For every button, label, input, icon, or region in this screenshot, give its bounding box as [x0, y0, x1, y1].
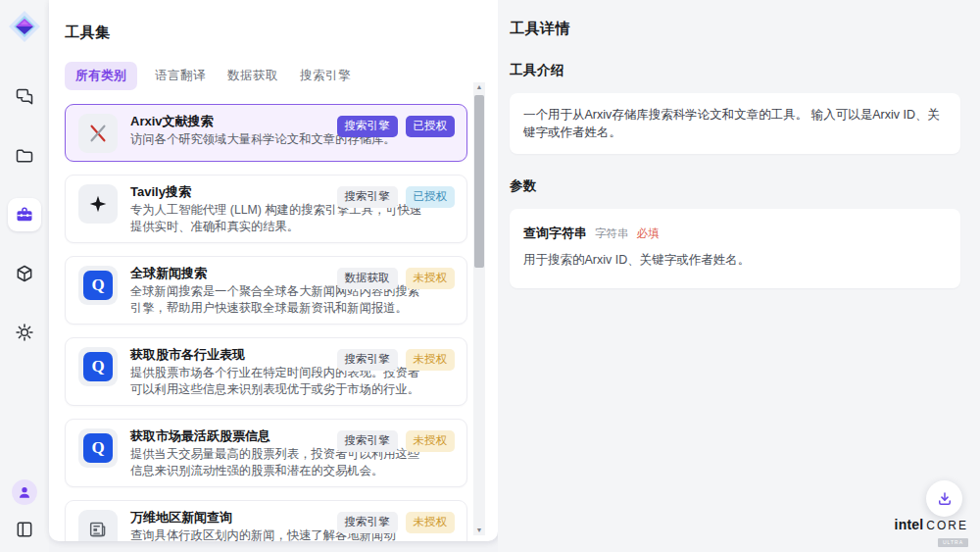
sidebar-nav — [8, 80, 41, 349]
blue-q-logo-icon: Q — [78, 347, 118, 386]
tool-card-tavily[interactable]: Tavily搜索 专为人工智能代理 (LLM) 构建的搜索引擎工具，可快速提供实… — [65, 175, 467, 243]
chat-icon[interactable] — [8, 80, 41, 114]
intel-core-logo: intel core ultra — [895, 518, 968, 547]
tab-language-translation[interactable]: 语言翻译 — [151, 62, 210, 90]
app-sidebar — [0, 0, 49, 552]
parameter-card: 查询字符串 字符串 必填 用于搜索的Arxiv ID、关键字或作者姓名。 — [510, 209, 960, 288]
tool-tags: 搜索引擎 未授权 — [337, 349, 456, 371]
tab-data-acquisition[interactable]: 数据获取 — [223, 62, 282, 90]
tool-auth-badge: 已授权 — [406, 116, 456, 137]
list-scrollbar[interactable]: ▲ ▼ — [473, 82, 485, 535]
parameter-name: 查询字符串 — [523, 225, 587, 242]
tool-category-tag: 搜索引擎 — [337, 116, 398, 137]
scrollbar-down-arrow[interactable]: ▼ — [476, 526, 483, 535]
download-icon — [936, 490, 954, 508]
tool-category-tag: 搜索引擎 — [337, 430, 398, 452]
newspaper-icon — [78, 510, 118, 541]
tool-details-panel: 工具详情 工具介绍 一个用于从Arxiv存储库搜索科学论文和文章的工具。 输入可… — [498, 0, 980, 552]
tool-card-sector-performance[interactable]: Q 获取股市各行业表现 提供股票市场各个行业在特定时间段内的表现。投资者可以利用… — [65, 337, 467, 406]
folder-icon[interactable] — [8, 139, 41, 173]
parameter-type: 字符串 — [595, 226, 629, 241]
arxiv-logo-icon — [78, 114, 118, 153]
brand-secondary-text: core — [926, 520, 968, 531]
tool-list-panel: 工具集 所有类别 语言翻译 数据获取 搜索引擎 Arxiv文献搜索 访问各个研究… — [49, 0, 498, 541]
tool-card-most-active-stocks[interactable]: Q 获取市场最活跃股票信息 提供当天交易量最高的股票列表，投资者可以利用这些信息… — [65, 419, 467, 487]
tool-category-tag: 搜索引擎 — [337, 512, 398, 533]
sidebar-bottom — [12, 479, 37, 542]
parameter-description: 用于搜索的Arxiv ID、关键字或作者姓名。 — [523, 252, 947, 269]
tool-tags: 搜索引擎 未授权 — [337, 512, 456, 533]
app-logo — [8, 10, 41, 43]
panel-layout-icon[interactable] — [12, 517, 37, 542]
user-avatar-icon[interactable] — [12, 479, 37, 505]
tool-card-arxiv[interactable]: Arxiv文献搜索 访问各个研究领域大量科学论文和文章的存储库。 搜索引擎 已授… — [65, 104, 467, 162]
blue-q-logo-icon: Q — [78, 428, 118, 468]
intro-text: 一个用于从Arxiv存储库搜索科学论文和文章的工具。 输入可以是Arxiv ID… — [523, 106, 947, 141]
intro-heading: 工具介绍 — [510, 62, 960, 79]
tab-all-categories[interactable]: 所有类别 — [65, 62, 137, 90]
tool-card-regional-news[interactable]: 万维地区新闻查询 查询具体行政区划内的新闻，快速了解各地新闻动 搜索引擎 未授权 — [65, 500, 467, 541]
toolbox-icon[interactable] — [8, 198, 41, 231]
tool-auth-badge: 未授权 — [406, 512, 456, 533]
page-title: 工具集 — [65, 24, 498, 42]
tool-auth-badge: 未授权 — [406, 430, 456, 452]
intro-card: 一个用于从Arxiv存储库搜索科学论文和文章的工具。 输入可以是Arxiv ID… — [510, 93, 960, 154]
tool-category-tag: 数据获取 — [337, 268, 398, 289]
tool-auth-badge: 已授权 — [406, 186, 456, 208]
category-tabs: 所有类别 语言翻译 数据获取 搜索引擎 — [65, 62, 498, 90]
tool-auth-badge: 未授权 — [406, 268, 456, 289]
tool-category-tag: 搜索引擎 — [337, 186, 398, 208]
tool-category-tag: 搜索引擎 — [337, 349, 398, 371]
tool-tags: 数据获取 未授权 — [337, 268, 456, 289]
tool-card-list: Arxiv文献搜索 访问各个研究领域大量科学论文和文章的存储库。 搜索引擎 已授… — [65, 104, 467, 541]
tab-search-engine[interactable]: 搜索引擎 — [296, 62, 355, 90]
parameter-header: 查询字符串 字符串 必填 — [523, 225, 947, 242]
params-heading: 参数 — [510, 177, 960, 195]
cube-icon[interactable] — [8, 257, 41, 290]
tool-card-global-news[interactable]: Q 全球新闻搜索 全球新闻搜索是一个聚合全球各大新闻网站内容的搜索引擎，帮助用户… — [65, 256, 467, 325]
tool-tags: 搜索引擎 已授权 — [337, 186, 456, 208]
brand-badge: ultra — [938, 538, 968, 547]
tool-tags: 搜索引擎 已授权 — [337, 116, 456, 137]
scrollbar-thumb[interactable] — [474, 95, 484, 268]
tavily-star-icon — [78, 184, 118, 224]
details-title: 工具详情 — [510, 20, 960, 38]
tool-tags: 搜索引擎 未授权 — [337, 430, 456, 452]
tool-auth-badge: 未授权 — [406, 349, 456, 371]
scrollbar-up-arrow[interactable]: ▲ — [476, 82, 483, 92]
blue-q-logo-icon: Q — [78, 266, 118, 305]
brand-primary-text: intel — [895, 518, 924, 531]
parameter-required-badge: 必填 — [637, 226, 660, 241]
download-button[interactable] — [926, 480, 962, 517]
settings-icon[interactable] — [8, 316, 41, 349]
